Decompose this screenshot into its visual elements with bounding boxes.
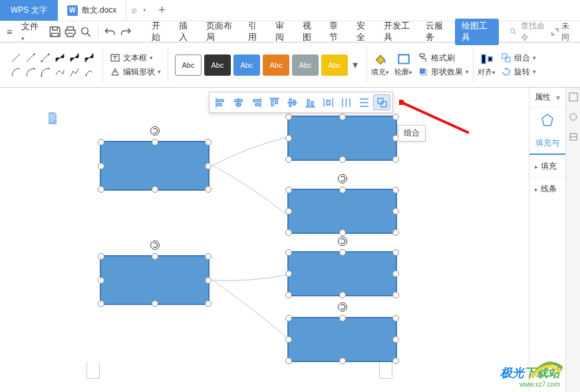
sidebar-icon-3[interactable] <box>568 132 579 142</box>
distribute-h-icon[interactable] <box>319 94 337 110</box>
tab-review[interactable]: 审阅 <box>270 18 296 46</box>
print-icon[interactable] <box>64 25 76 39</box>
rotate-handle[interactable] <box>338 302 347 312</box>
file-menu[interactable]: 文件 ▾ <box>17 19 46 44</box>
resize-handle[interactable] <box>205 139 212 146</box>
align-bottom-icon[interactable] <box>301 94 319 110</box>
tab-security[interactable]: 安全 <box>351 18 377 46</box>
undo-icon[interactable] <box>104 25 116 39</box>
resize-handle[interactable] <box>205 186 212 193</box>
doc-tab[interactable]: W 散文.docx <box>58 0 127 21</box>
resize-handle[interactable] <box>285 357 292 364</box>
property-fill-section[interactable]: ▸填充 <box>529 155 565 177</box>
line-tool-8[interactable] <box>24 66 37 79</box>
resize-handle[interactable] <box>98 253 104 260</box>
format-painter-button[interactable]: 格式刷 <box>418 52 469 64</box>
line-tool-3[interactable] <box>39 51 52 64</box>
hamburger-icon[interactable]: ≡ <box>4 25 15 39</box>
rotate-handle[interactable] <box>150 126 160 136</box>
shape-style-6[interactable]: Abc <box>321 54 348 76</box>
resize-handle[interactable] <box>285 292 292 298</box>
align-left-icon[interactable] <box>212 94 229 110</box>
resize-handle[interactable] <box>392 156 399 163</box>
resize-handle[interactable] <box>205 163 212 169</box>
tab-section[interactable]: 章节 <box>324 18 350 46</box>
preview-icon[interactable] <box>79 25 92 39</box>
rotate-button[interactable]: 旋转▾ <box>501 66 536 78</box>
textbox-button[interactable]: 文本框 ▾ <box>110 51 161 65</box>
resize-handle[interactable] <box>285 336 292 343</box>
resize-handle[interactable] <box>339 315 346 322</box>
resize-handle[interactable] <box>285 187 292 193</box>
align-button[interactable]: 对齐▾ <box>475 52 498 77</box>
shape-box[interactable] <box>100 141 210 191</box>
sync-button[interactable]: 未同 <box>551 21 576 43</box>
resize-handle[interactable] <box>205 277 212 284</box>
line-tool-12[interactable] <box>82 66 96 79</box>
property-shape-icon[interactable] <box>529 108 565 133</box>
edit-shape-button[interactable]: 编辑形状 ▾ <box>110 65 161 79</box>
resize-handle[interactable] <box>339 229 346 236</box>
tab-page-layout[interactable]: 页面布局 <box>201 18 241 46</box>
resize-handle[interactable] <box>98 163 104 169</box>
resize-handle[interactable] <box>98 139 104 146</box>
align-center-h-icon[interactable] <box>229 94 247 110</box>
resize-handle[interactable] <box>392 114 399 120</box>
line-tool-6[interactable] <box>82 51 96 64</box>
line-tool-7[interactable] <box>9 66 23 79</box>
redo-icon[interactable] <box>119 25 132 39</box>
resize-handle[interactable] <box>392 357 399 364</box>
fill-button[interactable]: 填充▾ <box>368 52 392 77</box>
resize-handle[interactable] <box>285 229 292 236</box>
property-tab-fill[interactable]: 填充与 <box>529 133 565 155</box>
resize-handle[interactable] <box>392 315 399 322</box>
align-top-icon[interactable] <box>265 94 283 110</box>
tab-reference[interactable]: 引用 <box>243 18 269 46</box>
tab-view[interactable]: 视图 <box>297 18 323 46</box>
resize-handle[interactable] <box>392 187 399 193</box>
line-tool-11[interactable] <box>68 66 81 79</box>
rotate-handle[interactable] <box>150 241 160 250</box>
tab-start[interactable]: 开始 <box>146 18 172 46</box>
align-right-icon[interactable] <box>247 94 265 110</box>
resize-handle[interactable] <box>392 249 399 256</box>
search-command[interactable]: 查找命令 <box>509 21 550 43</box>
shape-style-3[interactable]: Abc <box>233 54 260 76</box>
line-tool-9[interactable] <box>39 66 52 79</box>
app-tab[interactable]: WPS 文字 <box>0 0 58 21</box>
align-middle-v-icon[interactable] <box>283 94 301 110</box>
shape-box[interactable] <box>100 255 210 305</box>
resize-handle[interactable] <box>285 270 292 277</box>
shape-style-1[interactable]: Abc <box>175 54 202 76</box>
line-tool-5[interactable] <box>68 51 81 64</box>
resize-handle[interactable] <box>285 156 292 163</box>
sidebar-icon-1[interactable] <box>568 92 579 102</box>
group-icon[interactable] <box>373 94 390 110</box>
resize-handle[interactable] <box>392 208 399 215</box>
resize-handle[interactable] <box>205 300 212 307</box>
line-tool-10[interactable] <box>53 66 67 79</box>
shape-style-more[interactable]: ▾ <box>351 54 360 76</box>
resize-handle[interactable] <box>205 253 212 260</box>
dot-icon[interactable]: • <box>143 6 146 15</box>
resize-handle[interactable] <box>392 292 399 298</box>
tab-drawing-tools[interactable]: 绘图工具 <box>455 19 498 45</box>
group-button[interactable]: 组合▾ <box>501 52 536 64</box>
resize-handle[interactable] <box>152 139 158 146</box>
resize-handle[interactable] <box>339 187 346 193</box>
resize-handle[interactable] <box>392 336 399 343</box>
line-tool-4[interactable] <box>53 51 67 64</box>
tab-developer[interactable]: 开发工具 <box>378 18 419 46</box>
resize-handle[interactable] <box>152 253 158 260</box>
outline-button[interactable]: 轮廓▾ <box>392 52 415 77</box>
resize-handle[interactable] <box>98 186 104 193</box>
shape-box[interactable] <box>287 251 397 296</box>
resize-handle[interactable] <box>339 292 346 298</box>
resize-handle[interactable] <box>339 249 346 256</box>
distribute-v-icon[interactable] <box>355 94 372 110</box>
resize-handle[interactable] <box>285 114 292 120</box>
shape-box[interactable] <box>287 317 397 362</box>
resize-handle[interactable] <box>339 156 346 163</box>
resize-handle[interactable] <box>392 270 399 277</box>
resize-handle[interactable] <box>392 229 399 236</box>
